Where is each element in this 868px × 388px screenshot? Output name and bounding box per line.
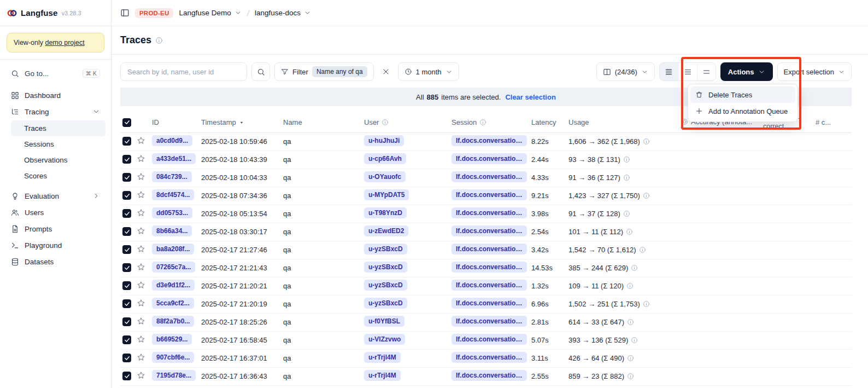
menu-item-delete-traces[interactable]: Delete Traces <box>690 86 795 103</box>
sidebar-item-traces[interactable]: Traces <box>11 120 105 136</box>
session-chip[interactable]: lf.docs.conversation... <box>451 171 527 182</box>
session-chip[interactable]: lf.docs.conversation... <box>451 316 527 327</box>
session-chip[interactable]: lf.docs.conversation... <box>451 280 527 291</box>
info-icon[interactable] <box>643 192 650 199</box>
star-icon[interactable] <box>137 245 145 253</box>
demo-project-link[interactable]: demo project <box>45 39 84 47</box>
session-chip[interactable]: lf.docs.conversation... <box>451 189 527 200</box>
session-chip[interactable]: lf.docs.conversation... <box>451 135 527 146</box>
menu-item-add-to-annotation-queue[interactable]: Add to Annotation Queue <box>690 103 795 119</box>
star-icon[interactable] <box>137 154 145 163</box>
search-input[interactable] <box>120 62 247 81</box>
user-chip[interactable]: u-zEwdED2 <box>364 225 408 236</box>
trace-id-chip[interactable]: dd05753... <box>152 207 192 218</box>
info-icon[interactable] <box>623 210 630 217</box>
table-row[interactable]: 8b66a34... 2025-02-18 03:30:17 qa u-zEwd… <box>120 223 852 241</box>
star-icon[interactable] <box>137 263 145 271</box>
table-row[interactable]: a433de51... 2025-02-18 10:43:39 qa u-cp6… <box>120 150 852 169</box>
info-icon[interactable] <box>627 373 634 380</box>
sidebar-item-prompts[interactable]: Prompts <box>5 221 105 237</box>
user-chip[interactable]: u-yzSBxcD <box>364 298 407 309</box>
row-height-expanded-button[interactable] <box>697 63 715 80</box>
info-icon[interactable] <box>643 300 650 308</box>
actions-button[interactable]: Actions <box>720 62 773 81</box>
sidebar-toggle-button[interactable] <box>120 8 130 18</box>
col-name[interactable]: Name <box>283 113 364 132</box>
star-icon[interactable] <box>137 190 145 199</box>
session-chip[interactable]: lf.docs.conversation... <box>451 370 527 381</box>
table-row[interactable]: 7195d78e... 2025-02-17 16:36:43 qa u-rTr… <box>120 367 852 385</box>
user-chip[interactable]: u-MYpDAT5 <box>364 189 409 200</box>
user-chip[interactable]: u-rTrjl4M <box>364 370 401 381</box>
sidebar-item-users[interactable]: Users <box>5 204 105 221</box>
star-icon[interactable] <box>137 335 145 344</box>
user-chip[interactable]: u-yzSBxcD <box>364 244 407 254</box>
star-icon[interactable] <box>137 353 145 362</box>
table-row[interactable]: b669529... 2025-02-17 16:58:45 qa u-VIZz… <box>120 331 852 349</box>
filter-button[interactable]: Filter Name any of qa <box>274 62 374 81</box>
time-range-button[interactable]: 1 month <box>398 62 459 81</box>
columns-button[interactable]: (24/36) <box>596 62 655 81</box>
col-id[interactable]: ID <box>152 113 201 132</box>
info-icon[interactable] <box>627 355 634 362</box>
row-checkbox[interactable] <box>122 299 131 308</box>
select-all-checkbox[interactable] <box>122 118 131 127</box>
row-checkbox[interactable] <box>122 354 131 362</box>
row-checkbox[interactable] <box>122 209 131 218</box>
sidebar-item-sessions[interactable]: Sessions <box>11 136 105 152</box>
user-chip[interactable]: u-VIZzvwo <box>364 334 405 345</box>
session-chip[interactable]: lf.docs.conversation... <box>451 262 527 273</box>
sidebar-item-scores[interactable]: Scores <box>11 168 105 184</box>
user-chip[interactable]: u-huJhuJi <box>364 135 404 146</box>
sidebar-item-evaluation[interactable]: Evaluation <box>5 188 105 204</box>
star-icon[interactable] <box>137 172 145 181</box>
col-session[interactable]: Session <box>451 113 531 132</box>
row-checkbox[interactable] <box>122 155 131 164</box>
table-row[interactable]: 88f2a7b0... 2025-02-17 18:25:26 qa u-f0Y… <box>120 313 852 331</box>
col-latency[interactable]: Latency <box>531 113 568 132</box>
info-icon[interactable] <box>631 337 638 344</box>
clear-filter-button[interactable] <box>378 62 394 81</box>
row-checkbox[interactable] <box>122 245 131 254</box>
trace-id-chip[interactable]: d3e9d1f2... <box>152 280 195 291</box>
star-icon[interactable] <box>137 299 145 308</box>
trace-id-chip[interactable]: 8b66a34... <box>152 225 192 236</box>
search-button[interactable] <box>251 62 270 81</box>
sidebar-item-playground[interactable]: Playground <box>5 237 105 253</box>
col-extra[interactable]: # c... <box>816 113 852 132</box>
star-icon[interactable] <box>137 281 145 289</box>
user-chip[interactable]: u-OYauofc <box>364 171 406 182</box>
session-chip[interactable]: lf.docs.conversation... <box>451 225 527 236</box>
row-checkbox[interactable] <box>122 372 131 380</box>
user-chip[interactable]: u-f0YfBSL <box>364 316 404 327</box>
row-checkbox[interactable] <box>122 335 131 344</box>
clear-selection-link[interactable]: Clear selection <box>505 93 556 101</box>
session-chip[interactable]: lf.docs.conversation... <box>451 334 527 345</box>
trace-id-chip[interactable]: 084c739... <box>152 171 192 182</box>
table-row[interactable]: d3e9d1f2... 2025-02-17 21:20:21 qa u-yzS… <box>120 277 852 295</box>
row-height-compact-button[interactable] <box>660 63 678 80</box>
info-icon[interactable] <box>627 318 634 326</box>
info-icon[interactable] <box>626 228 633 235</box>
info-icon[interactable] <box>623 174 630 181</box>
info-icon[interactable] <box>155 37 163 44</box>
star-icon[interactable] <box>137 227 145 235</box>
table-row[interactable]: 5cca9cf2... 2025-02-17 21:20:19 qa u-yzS… <box>120 295 852 313</box>
trace-id-chip[interactable]: ba8a208f... <box>152 244 194 254</box>
star-icon[interactable] <box>137 136 145 145</box>
col-timestamp[interactable]: Timestamp <box>201 113 283 132</box>
user-chip[interactable]: u-T98YnzD <box>364 207 407 218</box>
table-row[interactable]: a0cd0d9... 2025-02-18 10:59:46 qa u-huJh… <box>120 132 852 150</box>
trace-id-chip[interactable]: 07265c7a... <box>152 262 195 273</box>
star-icon[interactable] <box>137 209 145 217</box>
session-chip[interactable]: lf.docs.conversation... <box>451 298 527 309</box>
table-row[interactable]: 07265c7a... 2025-02-17 21:21:43 qa u-yzS… <box>120 259 852 277</box>
trace-id-chip[interactable]: 7195d78e... <box>152 370 196 381</box>
org-switcher[interactable]: Langfuse Demo <box>179 9 241 17</box>
goto-search[interactable]: Go to... ⌘ K <box>5 65 105 82</box>
export-selection-button[interactable]: Export selection <box>777 62 852 81</box>
user-chip[interactable]: u-rTrjl4M <box>364 352 401 363</box>
row-checkbox[interactable] <box>122 263 131 272</box>
row-checkbox[interactable] <box>122 281 131 290</box>
row-checkbox[interactable] <box>122 137 131 146</box>
